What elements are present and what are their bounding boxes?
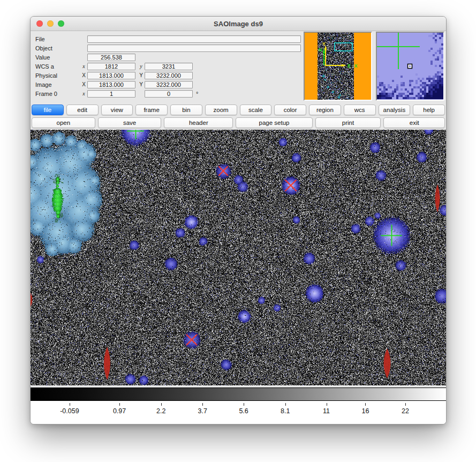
colorbar-section: -0.0590.972.23.75.68.1111622 <box>31 388 446 424</box>
panner[interactable] <box>304 32 372 101</box>
field-image-2-value: 3232.000 <box>156 81 181 88</box>
field-object[interactable] <box>87 44 301 52</box>
colorbar-tick <box>285 403 286 406</box>
field-frame-2-value: 0 <box>167 91 170 97</box>
close-button[interactable] <box>36 20 43 27</box>
field-image-2[interactable]: 3232.000 <box>145 81 193 88</box>
field-physical-1-value: 1813.000 <box>99 72 124 79</box>
colorbar-tick-label: 22 <box>402 407 409 415</box>
sky-canvas[interactable] <box>31 130 446 385</box>
action-button-save[interactable]: save <box>98 117 162 128</box>
menu-button-wcs[interactable]: wcs <box>344 105 376 115</box>
menu-button-color[interactable]: color <box>274 105 306 115</box>
colorbar-tick <box>327 403 327 406</box>
menu-button-edit[interactable]: edit <box>66 105 99 115</box>
coord-key-1: x <box>80 91 87 96</box>
coord-key-2: Y <box>138 72 145 78</box>
colorbar-tick <box>119 403 120 406</box>
field-wcs-a-2[interactable]: 3231 <box>145 63 193 70</box>
field-value[interactable]: 256.538 <box>87 54 135 61</box>
action-bar: opensaveheaderpage setupprintexit <box>31 116 446 130</box>
menu-button-bin[interactable]: bin <box>170 105 202 115</box>
field-wcs-a-1[interactable]: 1812 <box>87 63 135 70</box>
menu-button-file[interactable]: file <box>32 105 64 115</box>
coord-key-1: x <box>80 63 87 69</box>
colorbar-tick <box>365 403 366 406</box>
menu-button-region[interactable]: region <box>309 105 341 115</box>
field-file[interactable] <box>87 35 301 43</box>
menu-button-scale[interactable]: scale <box>240 105 272 115</box>
menu-button-zoom[interactable]: zoom <box>205 105 237 115</box>
info-label-object: Object <box>35 45 80 51</box>
colorbar-tick <box>244 403 244 406</box>
coord-key-2: y <box>138 63 145 69</box>
menu-button-analysis[interactable]: analysis <box>379 105 411 115</box>
field-frame-2[interactable]: 0 <box>145 90 193 98</box>
menu-button-help[interactable]: help <box>413 105 445 115</box>
info-label-wcs-a: WCS a <box>35 63 80 70</box>
info-label-physical: Physical <box>35 72 80 79</box>
info-label-frame: Frame 0 <box>35 91 80 97</box>
colorbar-tick-label: 11 <box>323 407 330 415</box>
coord-key-2: Y <box>138 81 145 87</box>
image-viewer[interactable] <box>31 130 446 385</box>
window-title: SAOImage ds9 <box>214 20 263 28</box>
colorbar-tick-label: 16 <box>362 407 369 415</box>
action-button-page-setup[interactable]: page setup <box>236 117 312 128</box>
ds9-window: SAOImage ds9 FileObjectValue256.538WCS a… <box>30 16 447 424</box>
coord-key-1: X <box>80 81 87 87</box>
field-physical-2[interactable]: 3232.000 <box>145 72 193 79</box>
title-bar[interactable]: SAOImage ds9 <box>31 17 446 31</box>
colorbar-tick-label: 2.2 <box>156 407 165 415</box>
action-button-open[interactable]: open <box>32 117 95 128</box>
colorbar-tick-label: 3.7 <box>198 407 207 415</box>
action-button-print[interactable]: print <box>315 117 381 128</box>
traffic-lights <box>36 20 64 27</box>
magnifier-canvas <box>377 33 443 100</box>
menu-button-frame[interactable]: frame <box>135 105 168 115</box>
action-button-header[interactable]: header <box>164 117 233 128</box>
zoom-button[interactable] <box>58 20 64 27</box>
info-label-image: Image <box>35 81 80 88</box>
colorbar-tick-label: 5.6 <box>239 407 248 415</box>
colorbar-tick-label: 8.1 <box>281 407 290 415</box>
action-button-exit[interactable]: exit <box>383 117 445 128</box>
field-image-1[interactable]: 1813.000 <box>87 81 135 88</box>
colorbar-tick <box>202 403 203 406</box>
panner-canvas[interactable] <box>305 33 371 100</box>
colorbar-tick <box>70 403 70 406</box>
field-physical-2-value: 3232.000 <box>156 72 181 79</box>
info-label-value: Value <box>35 54 80 61</box>
field-frame-1[interactable]: 1 <box>87 90 135 98</box>
field-wcs-a-2-value: 3231 <box>162 63 175 70</box>
info-panel: FileObjectValue256.538WCS ax1812y3231Phy… <box>31 31 446 103</box>
menu-bar: fileeditviewframebinzoomscalecolorregion… <box>31 103 446 116</box>
minimize-button[interactable] <box>47 20 54 27</box>
magnifier <box>376 32 444 101</box>
info-label-file: File <box>35 36 80 42</box>
field-value-value: 256.538 <box>101 54 122 61</box>
field-physical-1[interactable]: 1813.000 <box>87 72 135 79</box>
field-frame-1-value: 1 <box>110 91 113 97</box>
field-image-1-value: 1813.000 <box>99 81 124 88</box>
colorbar-tick-label: 0.97 <box>113 407 126 415</box>
colorbar-tick <box>405 403 406 406</box>
coord-key-1: X <box>80 72 87 78</box>
field-wcs-a-1-value: 1812 <box>105 63 118 70</box>
colorbar-tick <box>161 403 162 406</box>
menu-button-view[interactable]: view <box>101 105 133 115</box>
colorbar[interactable] <box>31 388 446 401</box>
degree-suffix: ° <box>196 91 198 97</box>
colorbar-tick-label: -0.059 <box>60 407 79 415</box>
